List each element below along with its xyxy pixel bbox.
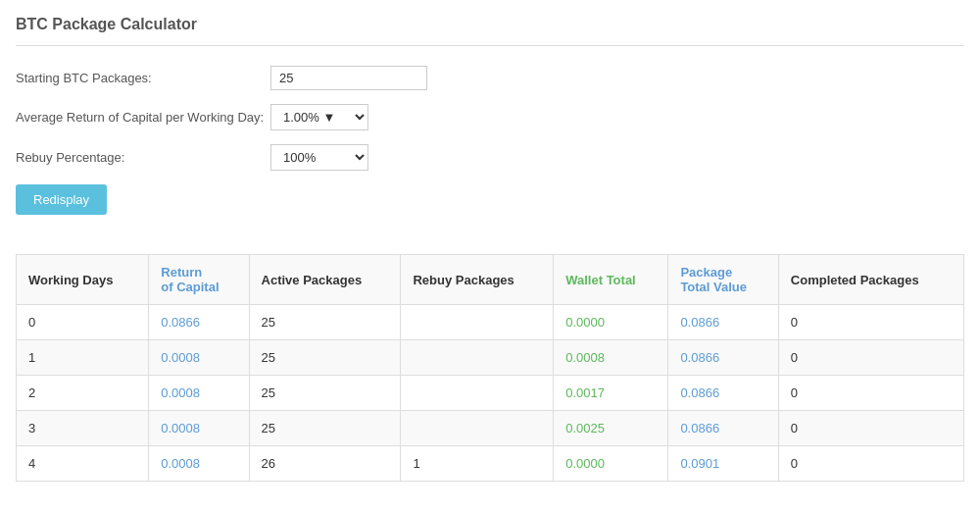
table-row: 20.0008250.00170.08660	[17, 376, 964, 411]
redisplay-button[interactable]: Redisplay	[16, 184, 107, 215]
table-cell: 0.0008	[149, 376, 249, 411]
table-cell: 4	[17, 446, 149, 482]
col-header-wallet-total: Wallet Total	[554, 255, 668, 305]
table-cell: 0	[17, 305, 149, 340]
table-cell	[401, 411, 554, 446]
table-cell: 0.0866	[668, 340, 778, 376]
table-cell: 0.0025	[554, 411, 668, 446]
table-cell: 0	[778, 340, 963, 376]
table-cell: 3	[17, 411, 149, 446]
table-cell	[401, 305, 554, 340]
table-cell: 0.0866	[668, 411, 778, 446]
table-cell: 2	[17, 376, 149, 411]
col-header-completed-packages: Completed Packages	[778, 255, 963, 305]
table-cell: 1	[17, 340, 149, 376]
table-cell: 0.0866	[668, 305, 778, 340]
table-cell: 0.0017	[554, 376, 668, 411]
page-container: BTC Package Calculator Starting BTC Pack…	[0, 0, 980, 497]
table-row: 40.00082610.00000.09010	[17, 446, 964, 482]
table-cell: 0.0000	[554, 305, 668, 340]
form-section: Starting BTC Packages: Average Return of…	[16, 66, 964, 234]
table-cell: 0.0008	[149, 446, 249, 482]
table-cell: 25	[249, 411, 401, 446]
table-cell: 1	[401, 446, 554, 482]
table-body: 00.0866250.00000.0866010.0008250.00080.0…	[17, 305, 964, 482]
avg-return-label: Average Return of Capital per Working Da…	[16, 110, 270, 125]
table-row: 10.0008250.00080.08660	[17, 340, 964, 376]
rebuy-label: Rebuy Percentage:	[16, 150, 270, 165]
col-header-working-days: Working Days	[17, 255, 149, 305]
rebuy-row: Rebuy Percentage: 100% 75% 50% 25% 0%	[16, 144, 964, 171]
table-cell: 0	[778, 376, 963, 411]
col-header-package-total-value: PackageTotal Value	[668, 255, 778, 305]
col-header-active-packages: Active Packages	[249, 255, 401, 305]
col-header-rebuy-packages: Rebuy Packages	[401, 255, 554, 305]
table-header-row: Working Days Returnof Capital Active Pac…	[17, 255, 964, 305]
table-cell	[401, 376, 554, 411]
table-cell: 0.0008	[554, 340, 668, 376]
table-row: 30.0008250.00250.08660	[17, 411, 964, 446]
starting-packages-input[interactable]	[270, 66, 427, 90]
table-cell: 0.0866	[149, 305, 249, 340]
rebuy-select[interactable]: 100% 75% 50% 25% 0%	[270, 144, 368, 171]
page-title: BTC Package Calculator	[16, 16, 964, 46]
table-cell: 0	[778, 446, 963, 482]
starting-packages-row: Starting BTC Packages:	[16, 66, 964, 90]
avg-return-row: Average Return of Capital per Working Da…	[16, 104, 964, 130]
table-cell: 25	[249, 340, 401, 376]
table-cell: 0.0008	[149, 340, 249, 376]
starting-packages-label: Starting BTC Packages:	[16, 71, 270, 85]
table-cell: 25	[249, 305, 401, 340]
data-table: Working Days Returnof Capital Active Pac…	[16, 254, 964, 482]
table-cell: 0.0008	[149, 411, 249, 446]
table-cell	[401, 340, 554, 376]
table-row: 00.0866250.00000.08660	[17, 305, 964, 340]
table-cell: 25	[249, 376, 401, 411]
table-cell: 0	[778, 305, 963, 340]
avg-return-select[interactable]: 1.00% ▼ 1.25% 1.50% 1.75% 2.00%	[270, 104, 368, 130]
table-cell: 0	[778, 411, 963, 446]
table-cell: 26	[249, 446, 401, 482]
table-cell: 0.0866	[668, 376, 778, 411]
table-cell: 0.0901	[668, 446, 778, 482]
table-cell: 0.0000	[554, 446, 668, 482]
col-header-return-of-capital: Returnof Capital	[149, 255, 249, 305]
